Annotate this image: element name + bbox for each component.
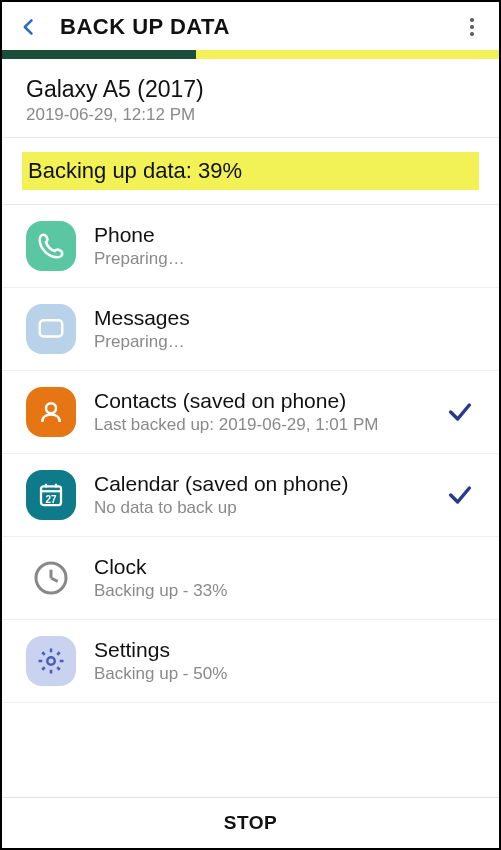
item-title: Messages: [94, 306, 441, 330]
svg-line-9: [51, 578, 58, 581]
list-item[interactable]: Clock Backing up - 33%: [2, 537, 499, 620]
calendar-icon: 27: [22, 470, 80, 520]
settings-icon: [22, 636, 80, 686]
dot-icon: [470, 32, 474, 36]
svg-text:27: 27: [45, 494, 57, 505]
item-status-done: [441, 481, 479, 509]
device-name: Galaxy A5 (2017): [26, 76, 475, 103]
list-item[interactable]: Contacts (saved on phone) Last backed up…: [2, 371, 499, 454]
phone-icon: [22, 221, 80, 271]
item-title: Contacts (saved on phone): [94, 389, 441, 413]
contacts-icon: [22, 387, 80, 437]
dot-icon: [470, 25, 474, 29]
list-item[interactable]: Settings Backing up - 50%: [2, 620, 499, 703]
item-subtitle: Preparing…: [94, 249, 441, 269]
stop-button[interactable]: STOP: [2, 812, 499, 834]
back-button[interactable]: [16, 14, 42, 40]
checkmark-icon: [446, 481, 474, 509]
item-title: Phone: [94, 223, 441, 247]
item-status-done: [441, 398, 479, 426]
item-title: Clock: [94, 555, 441, 579]
checkmark-icon: [446, 398, 474, 426]
messages-icon: [22, 304, 80, 354]
item-subtitle: No data to back up: [94, 498, 441, 518]
svg-rect-0: [40, 320, 63, 336]
clock-icon: [22, 553, 80, 603]
footer: STOP: [2, 797, 499, 848]
device-timestamp: 2019-06-29, 12:12 PM: [26, 105, 475, 125]
item-title: Calendar (saved on phone): [94, 472, 441, 496]
page-title: BACK UP DATA: [60, 14, 459, 40]
progress-fill: [2, 50, 196, 59]
item-subtitle: Backing up - 50%: [94, 664, 441, 684]
device-info: Galaxy A5 (2017) 2019-06-29, 12:12 PM: [2, 59, 499, 137]
svg-point-10: [47, 657, 55, 665]
status-banner: Backing up data: 39%: [22, 152, 479, 190]
item-subtitle: Last backed up: 2019-06-29, 1:01 PM: [94, 415, 441, 435]
list-item[interactable]: 27 Calendar (saved on phone) No data to …: [2, 454, 499, 537]
status-text: Backing up data: 39%: [28, 158, 473, 184]
list-item[interactable]: Phone Preparing…: [2, 205, 499, 288]
item-subtitle: Backing up - 33%: [94, 581, 441, 601]
item-title: Settings: [94, 638, 441, 662]
list-item[interactable]: Messages Preparing…: [2, 288, 499, 371]
item-subtitle: Preparing…: [94, 332, 441, 352]
backup-list: Phone Preparing… Messages Preparing…: [2, 205, 499, 797]
more-options-button[interactable]: [459, 14, 485, 40]
status-section: Backing up data: 39%: [2, 138, 499, 204]
svg-point-1: [46, 403, 56, 413]
chevron-left-icon: [19, 17, 39, 37]
progress-bar: [2, 50, 499, 59]
dot-icon: [470, 18, 474, 22]
header: BACK UP DATA: [2, 2, 499, 50]
